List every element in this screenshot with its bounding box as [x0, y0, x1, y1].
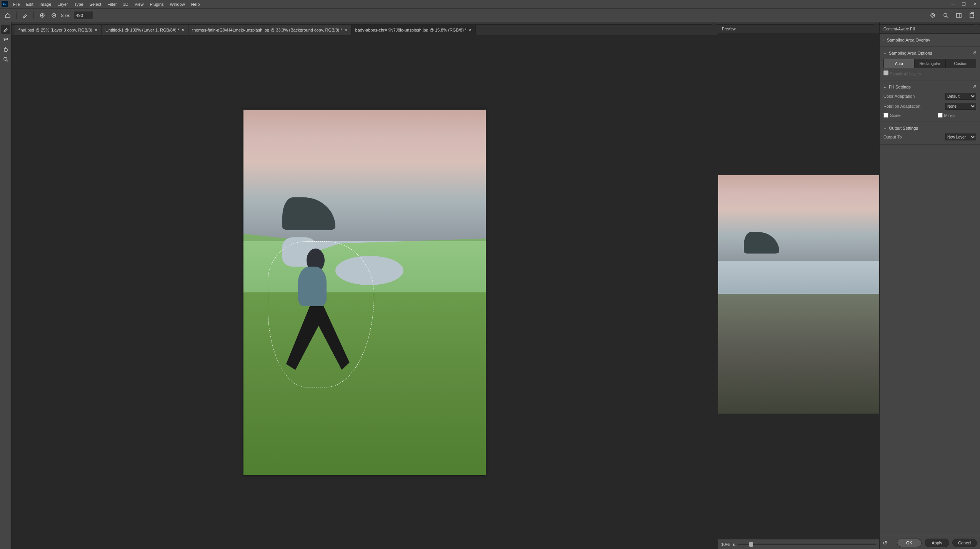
- rotation-adaptation-label: Rotation Adaptation: [883, 104, 945, 108]
- tab-close-icon[interactable]: ×: [469, 25, 472, 35]
- menu-image[interactable]: Image: [37, 0, 55, 8]
- svg-point-7: [4, 57, 7, 60]
- menu-select[interactable]: Select: [87, 0, 105, 8]
- svg-point-2: [931, 13, 935, 17]
- svg-point-4: [944, 13, 947, 17]
- menu-filter[interactable]: Filter: [104, 0, 120, 8]
- tab-1[interactable]: Untitled-1 @ 100% (Layer 1, RGB/8#) *×: [102, 25, 188, 35]
- cancel-button[interactable]: Cancel: [952, 539, 977, 547]
- svg-rect-5: [957, 13, 961, 17]
- document-image: [243, 110, 486, 475]
- section-sampling-options[interactable]: ⌄Sampling Area Options↺: [883, 49, 976, 57]
- zoom-out-icon[interactable]: ▴: [733, 542, 735, 547]
- menu-plugins[interactable]: Plugins: [147, 0, 167, 8]
- add-sample-icon[interactable]: [38, 11, 47, 20]
- canvas[interactable]: [12, 35, 718, 549]
- mini-toolbar: [0, 22, 12, 549]
- search-icon[interactable]: [941, 10, 951, 20]
- output-to-label: Output To: [883, 135, 945, 139]
- size-input[interactable]: [74, 12, 93, 19]
- preview-tab[interactable]: Preview: [718, 25, 879, 34]
- output-to-select[interactable]: New Layer: [945, 133, 976, 140]
- options-bar: Size:: [0, 8, 980, 22]
- tab-3[interactable]: bady-abbas-chrXKN7J8ic-unsplash.jpg @ 15…: [352, 25, 476, 35]
- brush-tool-icon[interactable]: [20, 11, 30, 20]
- menu-window[interactable]: Window: [167, 0, 188, 8]
- tab-close-icon[interactable]: ×: [95, 25, 97, 35]
- menu-layer[interactable]: Layer: [54, 0, 71, 8]
- sampling-rectangular-button[interactable]: Rectangular: [914, 59, 945, 68]
- tab-0[interactable]: final.psd @ 25% (Layer 0 copy, RGB/8)×: [15, 25, 102, 35]
- reset-icon[interactable]: ↺: [972, 84, 976, 90]
- workspace-icon[interactable]: [954, 10, 964, 20]
- tab-close-icon[interactable]: ×: [182, 25, 184, 35]
- reset-icon[interactable]: ↺: [972, 50, 976, 56]
- content-aware-fill-panel: Content-Aware Fill ›Sampling Area Overla…: [879, 22, 980, 549]
- document-tabs: final.psd @ 25% (Layer 0 copy, RGB/8)× U…: [12, 25, 718, 35]
- mirror-checkbox[interactable]: [938, 113, 943, 118]
- subject-figure: [268, 249, 370, 380]
- panel-collapse-handle[interactable]: [880, 22, 980, 25]
- menubar: Ps File Edit Image Layer Type Select Fil…: [0, 0, 980, 8]
- ok-button[interactable]: OK: [897, 539, 922, 547]
- home-icon[interactable]: [3, 11, 12, 20]
- sampling-brush-tool[interactable]: [1, 25, 10, 34]
- share-icon[interactable]: [967, 10, 977, 20]
- color-adaptation-select[interactable]: Default: [945, 93, 976, 100]
- menu-edit[interactable]: Edit: [23, 0, 37, 8]
- lasso-tool[interactable]: [1, 35, 10, 44]
- zoom-slider[interactable]: [738, 544, 876, 545]
- section-output-settings[interactable]: ⌄Output Settings: [883, 124, 976, 132]
- apply-button[interactable]: Apply: [925, 539, 949, 547]
- size-label: Size:: [61, 13, 70, 18]
- preview-panel: Preview 10% ▴: [718, 22, 879, 549]
- preview-image: [718, 175, 879, 414]
- app-logo: Ps: [2, 1, 8, 7]
- menu-3d[interactable]: 3D: [120, 0, 132, 8]
- panel-collapse-handle[interactable]: [718, 22, 879, 25]
- subtract-sample-icon[interactable]: [49, 11, 58, 20]
- close-icon[interactable]: ✕: [969, 0, 980, 8]
- color-adaptation-label: Color Adaptation: [883, 94, 945, 98]
- hand-tool[interactable]: [1, 45, 10, 54]
- tab-collapse-handle[interactable]: [12, 22, 718, 25]
- menu-view[interactable]: View: [132, 0, 147, 8]
- caf-tab[interactable]: Content-Aware Fill: [880, 25, 980, 34]
- zoom-value: 10%: [721, 542, 730, 547]
- rotation-adaptation-select[interactable]: None: [945, 103, 976, 110]
- tab-2[interactable]: thomas-fatin-gG9vH4Lmejo-unsplash.jpg @ …: [188, 25, 351, 35]
- restore-icon[interactable]: ❐: [958, 0, 969, 8]
- menu-file[interactable]: File: [10, 0, 23, 8]
- sampling-mode-segment: Auto Rectangular Custom: [883, 59, 976, 68]
- sampling-auto-button[interactable]: Auto: [883, 59, 914, 68]
- tab-close-icon[interactable]: ×: [345, 25, 347, 35]
- reset-all-icon[interactable]: ↺: [883, 540, 887, 546]
- menu-type[interactable]: Type: [71, 0, 87, 8]
- minimize-icon[interactable]: —: [948, 0, 958, 8]
- section-sampling-overlay[interactable]: ›Sampling Area Overlay: [883, 36, 976, 44]
- menu-help[interactable]: Help: [188, 0, 203, 8]
- zoom-tool[interactable]: [1, 55, 10, 64]
- sample-all-layers-checkbox: [883, 70, 888, 75]
- svg-point-3: [932, 15, 933, 16]
- sampling-custom-button[interactable]: Custom: [945, 59, 976, 68]
- cloud-docs-icon[interactable]: [928, 10, 938, 20]
- section-fill-settings[interactable]: ⌄Fill Settings↺: [883, 83, 976, 91]
- scale-checkbox[interactable]: [883, 113, 888, 118]
